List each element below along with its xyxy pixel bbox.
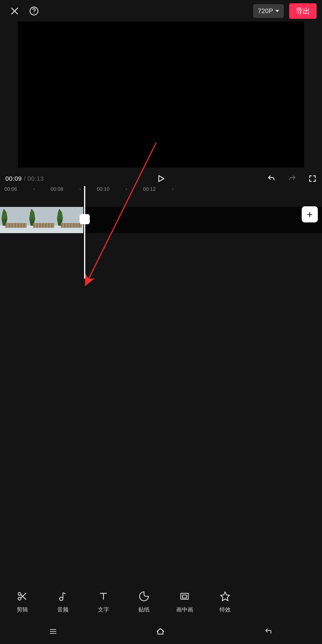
time-separator: / bbox=[22, 175, 27, 182]
ruler-dot bbox=[126, 189, 127, 190]
ruler-dot bbox=[34, 189, 35, 190]
ruler-dot bbox=[80, 189, 81, 190]
time-display: 00:09 / 00:13 bbox=[5, 175, 44, 182]
svg-marker-4 bbox=[159, 176, 164, 182]
timeline-tracks[interactable]: + bbox=[0, 202, 233, 238]
clip-thumbnail bbox=[55, 207, 83, 233]
clip-thumbnail bbox=[28, 207, 55, 233]
timeline[interactable]: 00:06 00:08 00:10 00:12 + bbox=[0, 184, 233, 465]
playhead-line bbox=[84, 186, 85, 278]
video-preview[interactable] bbox=[18, 21, 233, 168]
ruler-tick: 00:06 bbox=[4, 186, 17, 192]
timeline-ruler: 00:06 00:08 00:10 00:12 bbox=[0, 184, 233, 194]
close-icon[interactable] bbox=[10, 7, 19, 16]
current-time: 00:09 bbox=[5, 175, 22, 182]
top-bar-left bbox=[0, 6, 39, 16]
ruler-tick: 00:08 bbox=[51, 186, 64, 192]
play-icon[interactable] bbox=[157, 174, 165, 184]
video-clip[interactable] bbox=[0, 207, 83, 233]
total-duration: 00:13 bbox=[27, 175, 44, 182]
ruler-dot bbox=[172, 189, 173, 190]
ruler-tick: 00:10 bbox=[97, 186, 110, 192]
video-clip-dark[interactable] bbox=[83, 207, 233, 233]
clip-thumbnail bbox=[0, 207, 28, 233]
help-icon[interactable] bbox=[29, 6, 39, 16]
svg-point-3 bbox=[34, 13, 34, 13]
ruler-tick: 00:12 bbox=[143, 186, 156, 192]
top-bar: 720P 导出 bbox=[0, 0, 233, 22]
playhead-handle[interactable] bbox=[80, 214, 90, 224]
